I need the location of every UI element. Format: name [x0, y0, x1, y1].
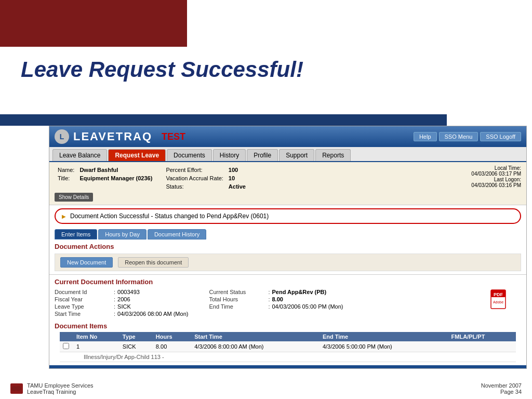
table-row: 1 SICK 8.00 4/3/2006 8:00:00 AM (Mon) 4/… — [60, 341, 516, 352]
slide-footer: TAMU Employee Services LeaveTraq Trainin… — [0, 378, 532, 399]
footer-org: TAMU Employee Services — [27, 382, 94, 389]
doc-actions-title: Document Actions — [55, 243, 521, 250]
tamu-logo — [11, 384, 22, 393]
footer-page: Page 34 — [481, 389, 522, 395]
col-fmla: FMLA/PL/PT — [448, 332, 516, 341]
doc-id-row: Document Id : 0003493 — [55, 289, 188, 295]
leave-type-label: Leave Type — [55, 303, 112, 310]
status-label: Status: — [155, 183, 225, 190]
items-table-wrapper: Item No Type Hours Start Time End Time F… — [49, 332, 526, 365]
doc-id-label: Document Id — [55, 289, 112, 295]
current-doc-title: Current Document Information — [55, 278, 521, 286]
slide-title-area: Leave Request Successful! — [0, 47, 447, 92]
new-document-button[interactable]: New Document — [60, 257, 113, 268]
row-start-time: 4/3/2006 8:00:00 AM (Mon) — [191, 341, 320, 352]
reopen-document-button[interactable]: Reopen this document — [118, 257, 189, 268]
success-message: ▶ Document Action Successful - Status ch… — [55, 208, 521, 224]
row-hours: 8.00 — [153, 341, 191, 352]
title-value: Equipment Manager (0236) — [79, 175, 152, 181]
row-fmla — [448, 341, 516, 352]
footer-org-text: TAMU Employee Services LeaveTraq Trainin… — [27, 382, 94, 395]
doc-action-buttons: New Document Reopen this document — [55, 254, 521, 271]
sso-menu-button[interactable]: SSO Menu — [439, 132, 478, 141]
current-doc-section: Current Document Information Document Id… — [49, 275, 526, 320]
test-badge: TEST — [162, 131, 185, 142]
help-button[interactable]: Help — [414, 132, 437, 141]
pdf-icon: PDF Adobe — [490, 289, 511, 312]
tab-leave-balance[interactable]: Leave Balance — [52, 149, 107, 161]
logo-letter: L — [60, 132, 64, 141]
row-checkbox-cell — [60, 341, 73, 352]
name-label: Name: — [56, 166, 76, 174]
start-time-row: Start Time : 04/03/2006 08:00 AM (Mon) — [55, 311, 188, 317]
tab-history[interactable]: History — [213, 149, 246, 161]
svg-point-5 — [16, 386, 21, 391]
subtab-enter-items[interactable]: Enter Items — [55, 229, 97, 240]
end-time-label: End Time — [209, 303, 266, 310]
vacation-value: 10 — [229, 175, 235, 181]
total-hours-label: Total Hours — [209, 296, 266, 302]
bullet-icon: ▶ — [62, 214, 66, 219]
svg-text:PDF: PDF — [494, 292, 503, 297]
pdf-icon-area: PDF Adobe — [490, 289, 511, 313]
app-window: L LEAVETRAQ TEST Help SSO Menu SSO Logof… — [49, 126, 527, 369]
leave-type-row: Leave Type : SICK — [55, 303, 188, 310]
sub-tabs: Enter Items Hours by Day Document Histor… — [49, 227, 526, 240]
logo-icon: L — [55, 129, 69, 144]
col-item-no: Item No — [73, 332, 119, 341]
col-end-time: End Time — [320, 332, 448, 341]
row-item-no: 1 — [73, 341, 119, 352]
local-time-label: Local Time: — [495, 165, 521, 171]
vacation-label: Vacation Accrual Rate: — [155, 175, 225, 182]
percent-value: 100 — [229, 167, 238, 173]
footer-sub: LeaveTraq Training — [27, 389, 94, 395]
sub-row-text: Illness/Injury/Dr App-Child 113 - — [73, 352, 516, 362]
percent-label: Percent Effort: — [155, 166, 225, 174]
sso-logoff-button[interactable]: SSO Logoff — [480, 132, 521, 141]
title-label: Title: — [56, 175, 76, 182]
tab-reports[interactable]: Reports — [315, 149, 351, 161]
doc-id-value: 0003493 — [117, 289, 140, 295]
header-buttons: Help SSO Menu SSO Logoff — [414, 132, 521, 141]
col-hours: Hours — [153, 332, 191, 341]
tab-request-leave[interactable]: Request Leave — [108, 149, 166, 161]
current-status-row: Current Status : Pend App&Rev (PB) — [209, 289, 343, 295]
total-hours-value: 8.00 — [272, 296, 283, 302]
col-type: Type — [119, 332, 153, 341]
doc-items-title: Document Items — [49, 320, 526, 332]
app-logo: L LEAVETRAQ TEST — [55, 129, 185, 144]
footer-logo — [10, 383, 23, 394]
subtab-document-history[interactable]: Document History — [148, 229, 206, 240]
nav-tabs: Leave Balance Request Leave Documents Hi… — [49, 147, 526, 162]
col-checkbox — [60, 332, 73, 341]
start-time-value: 04/03/2006 08:00 AM (Mon) — [117, 311, 188, 317]
success-text: Document Action Successful - Status chan… — [70, 212, 269, 220]
row-type: SICK — [119, 341, 153, 352]
time-info: Local Time: 04/03/2006 03:17 PM Last Log… — [471, 165, 521, 202]
footer-left: TAMU Employee Services LeaveTraq Trainin… — [10, 382, 94, 395]
end-time-row: End Time : 04/03/2006 05:00 PM (Mon) — [209, 303, 343, 310]
fiscal-year-row: Fiscal Year : 2006 — [55, 296, 188, 302]
corner-decoration — [0, 0, 187, 47]
show-details-button[interactable]: Show Details — [55, 193, 93, 202]
tab-profile[interactable]: Profile — [247, 149, 278, 161]
start-time-label: Start Time — [55, 311, 112, 317]
row-checkbox[interactable] — [63, 343, 69, 349]
leave-type-value: SICK — [117, 303, 131, 310]
tab-documents[interactable]: Documents — [167, 149, 212, 161]
status-value: Active — [229, 183, 246, 190]
svg-text:Adobe: Adobe — [493, 300, 503, 304]
subtab-hours-by-day[interactable]: Hours by Day — [98, 229, 147, 240]
blue-banner — [0, 114, 447, 126]
fiscal-year-value: 2006 — [117, 296, 130, 302]
footer-date: November 2007 — [481, 382, 522, 389]
app-footer-bar — [49, 365, 526, 368]
last-logon-label: Last Logon: — [494, 177, 521, 182]
doc-info-right: Current Status : Pend App&Rev (PB) Total… — [209, 289, 343, 317]
row-end-time: 4/3/2006 5:00:00 PM (Mon) — [320, 341, 448, 352]
doc-info-left: Document Id : 0003493 Fiscal Year : 2006… — [55, 289, 188, 317]
tab-support[interactable]: Support — [279, 149, 314, 161]
end-time-value: 04/03/2006 05:00 PM (Mon) — [272, 303, 343, 310]
sub-row: Illness/Injury/Dr App-Child 113 - — [60, 352, 516, 362]
slide-title: Leave Request Successful! — [21, 57, 426, 82]
